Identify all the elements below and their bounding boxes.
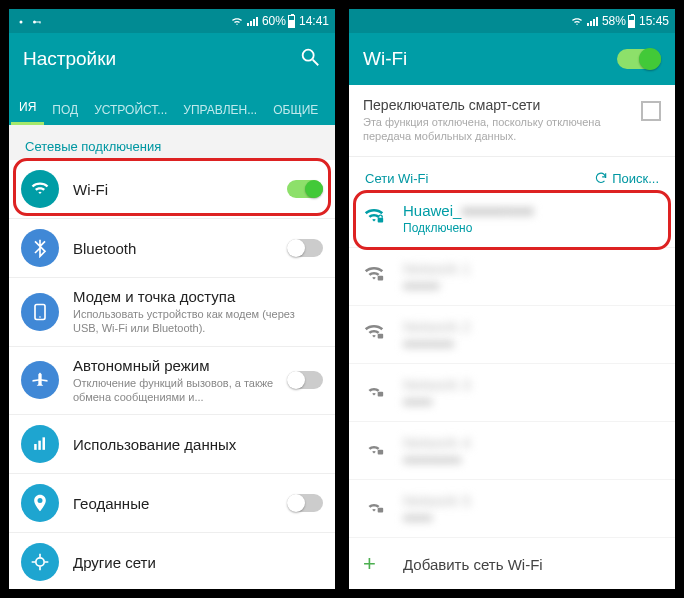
data-usage-icon — [21, 425, 59, 463]
plus-icon: + — [363, 551, 389, 577]
network-row[interactable]: Network 1■■■■■ — [349, 248, 675, 306]
network-row[interactable]: Network 2■■■■■■■ — [349, 306, 675, 364]
airplane-toggle[interactable] — [287, 371, 323, 389]
more-networks-icon — [21, 543, 59, 581]
search-icon[interactable] — [299, 46, 321, 73]
tab-management[interactable]: УПРАВЛЕН... — [175, 93, 265, 125]
svg-rect-9 — [38, 441, 41, 450]
network-row[interactable]: Network 5■■■■ — [349, 480, 675, 538]
section-network-label: Сетевые подключения — [9, 125, 335, 160]
tethering-sub: Использовать устройство как модем (через… — [73, 307, 323, 336]
tab-device[interactable]: УСТРОЙСТ... — [86, 93, 175, 125]
status-bar: 60% 14:41 — [9, 9, 335, 33]
location-toggle[interactable] — [287, 494, 323, 512]
airplane-row[interactable]: Автономный режим Отключение функций вызо… — [9, 347, 335, 416]
svg-rect-12 — [378, 218, 384, 223]
scan-button[interactable]: Поиск... — [594, 171, 659, 186]
bluetooth-icon — [21, 229, 59, 267]
wifi-toggle[interactable] — [287, 180, 323, 198]
page-title: Wi-Fi — [363, 48, 617, 70]
battery-indicator: 60% — [262, 14, 295, 28]
wifi-icon — [231, 14, 243, 28]
tabs: ИЯ ПОД УСТРОЙСТ... УПРАВЛЕН... ОБЩИЕ — [9, 85, 335, 125]
wifi-master-toggle[interactable] — [617, 49, 661, 69]
wifi-secure-icon — [363, 437, 389, 463]
svg-rect-10 — [43, 438, 46, 451]
data-usage-label: Использование данных — [73, 436, 323, 453]
location-row[interactable]: Геоданные — [9, 474, 335, 533]
smart-network-label: Переключатель смарт-сети — [363, 97, 633, 113]
svg-rect-13 — [378, 276, 384, 281]
svg-point-7 — [39, 316, 41, 318]
notification-icon — [15, 14, 27, 28]
connected-ssid: Huawei_■■■■■■■■ — [403, 202, 661, 219]
app-bar: Настройки — [9, 33, 335, 85]
network-row[interactable]: Network 4■■■■■■■■ — [349, 422, 675, 480]
add-network-row: + Добавить сеть Wi-Fi — [349, 538, 675, 589]
tethering-label: Модем и точка доступа — [73, 288, 323, 305]
svg-point-4 — [303, 49, 314, 60]
svg-line-5 — [313, 59, 319, 65]
wifi-label: Wi-Fi — [73, 181, 287, 198]
settings-list: Сетевые подключения Wi-Fi Bluetooth — [9, 125, 335, 589]
smart-network-checkbox[interactable] — [641, 101, 661, 121]
wifi-secure-icon — [363, 379, 389, 405]
key-icon — [31, 14, 43, 28]
clock: 14:41 — [299, 14, 329, 28]
bluetooth-row[interactable]: Bluetooth — [9, 219, 335, 278]
svg-rect-3 — [40, 21, 41, 23]
svg-rect-15 — [378, 392, 384, 397]
connected-network-row[interactable]: Huawei_■■■■■■■■ Подключено — [349, 190, 675, 248]
networks-label: Сети Wi-Fi — [365, 171, 428, 186]
svg-rect-17 — [378, 508, 384, 513]
svg-point-0 — [20, 20, 23, 23]
tethering-row[interactable]: Модем и точка доступа Использовать устро… — [9, 278, 335, 347]
wifi-row[interactable]: Wi-Fi — [9, 160, 335, 219]
smart-network-sub: Эта функция отключена, поскольку отключе… — [363, 115, 633, 144]
networks-header: Сети Wi-Fi Поиск... — [349, 157, 675, 190]
wifi-icon — [21, 170, 59, 208]
network-row[interactable]: Network 3■■■■ — [349, 364, 675, 422]
bluetooth-toggle[interactable] — [287, 239, 323, 257]
location-icon — [21, 484, 59, 522]
wifi-secure-icon — [363, 263, 389, 289]
svg-point-11 — [36, 558, 44, 566]
wifi-secure-icon — [363, 321, 389, 347]
svg-rect-16 — [378, 450, 384, 455]
tab-connections[interactable]: ПОД — [44, 93, 86, 125]
svg-rect-8 — [34, 444, 37, 450]
tab-i[interactable]: ИЯ — [11, 90, 44, 125]
app-bar: Wi-Fi — [349, 33, 675, 85]
tethering-icon — [21, 293, 59, 331]
settings-screen: 60% 14:41 Настройки ИЯ ПОД УСТРОЙСТ... У… — [8, 8, 336, 590]
wifi-secure-icon — [363, 205, 389, 231]
airplane-sub: Отключение функций вызовов, а также обме… — [73, 376, 287, 405]
signal-icon — [247, 16, 258, 26]
signal-icon — [587, 16, 598, 26]
location-label: Геоданные — [73, 495, 287, 512]
more-networks-label: Другие сети — [73, 554, 323, 571]
airplane-label: Автономный режим — [73, 357, 287, 374]
wifi-screen: 58% 15:45 Wi-Fi Переключатель смарт-сети… — [348, 8, 676, 590]
smart-network-row[interactable]: Переключатель смарт-сети Эта функция отк… — [349, 85, 675, 157]
wifi-icon — [571, 14, 583, 28]
tab-general[interactable]: ОБЩИЕ — [265, 93, 326, 125]
wifi-content: Переключатель смарт-сети Эта функция отк… — [349, 85, 675, 589]
bluetooth-label: Bluetooth — [73, 240, 287, 257]
data-usage-row[interactable]: Использование данных — [9, 415, 335, 474]
connected-status: Подключено — [403, 221, 661, 235]
status-bar: 58% 15:45 — [349, 9, 675, 33]
clock: 15:45 — [639, 14, 669, 28]
wifi-secure-icon — [363, 495, 389, 521]
page-title: Настройки — [23, 48, 299, 70]
battery-indicator: 58% — [602, 14, 635, 28]
add-network-label: Добавить сеть Wi-Fi — [403, 556, 661, 573]
more-networks-row[interactable]: Другие сети — [9, 533, 335, 589]
airplane-icon — [21, 361, 59, 399]
svg-rect-14 — [378, 334, 384, 339]
